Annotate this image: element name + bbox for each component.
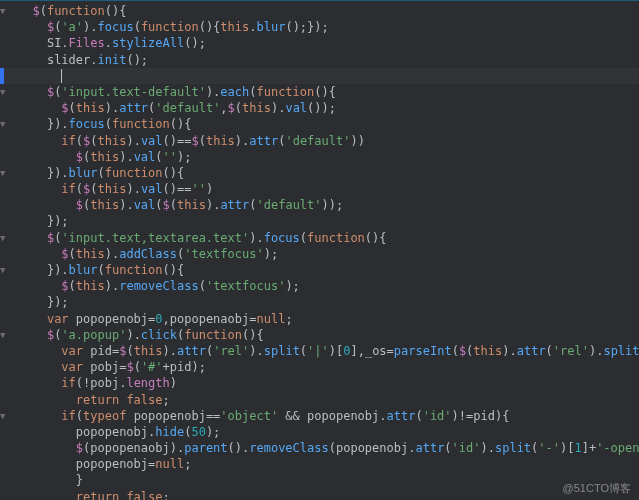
token-str: 'default': [285, 134, 350, 148]
code-line[interactable]: if($(this).val()==$(this).attr('default'…: [0, 133, 639, 149]
gutter: [8, 343, 18, 359]
token-punc: ).: [502, 344, 516, 358]
token-func: stylizeAll: [112, 36, 184, 50]
fold-arrow-icon[interactable]: ▼: [0, 86, 5, 98]
token-punc: (: [199, 134, 206, 148]
code-line[interactable]: $(this).removeClass('textfocus');: [0, 278, 639, 294]
code-line[interactable]: $(popopenaobj).parent().removeClass(popo…: [0, 440, 639, 456]
code-content[interactable]: $(this).removeClass('textfocus');: [18, 278, 639, 294]
code-line[interactable]: ▼ if(typeof popopenobj=='object' && popo…: [0, 408, 639, 424]
code-content[interactable]: });: [18, 213, 639, 229]
code-content[interactable]: $(function(){: [18, 3, 639, 19]
code-line[interactable]: ▼ $('input.text,textarea.text').focus(fu…: [0, 230, 639, 246]
fold-arrow-icon[interactable]: ▼: [0, 232, 5, 244]
code-line[interactable]: ▼ $(function(){: [0, 3, 639, 19]
fold-arrow-icon[interactable]: ▼: [0, 410, 5, 422]
code-content[interactable]: }).focus(function(){: [18, 116, 639, 132]
code-content[interactable]: popopenobj=null;: [18, 456, 639, 472]
token-str: '-open': [596, 441, 639, 455]
code-line[interactable]: ▼ }).blur(function(){: [0, 262, 639, 278]
code-line[interactable]: SI.Files.stylizeAll();: [0, 35, 639, 51]
code-line[interactable]: popopenobj.hide(50);: [0, 424, 639, 440]
code-line[interactable]: $(this).addClass('textfocus');: [0, 246, 639, 262]
code-line[interactable]: $('a').focus(function(){this.blur();});: [0, 19, 639, 35]
code-content[interactable]: if($(this).val()==''): [18, 181, 639, 197]
token-str: '#': [141, 360, 163, 374]
code-line[interactable]: return false;: [0, 489, 639, 500]
fold-arrow-icon[interactable]: ▼: [0, 167, 5, 179]
code-content[interactable]: var popopenobj=0,popopenaobj=null;: [18, 311, 639, 327]
code-line[interactable]: if(!pobj.length): [0, 375, 639, 391]
code-content[interactable]: slider.init();: [18, 52, 639, 68]
code-line[interactable]: var popopenobj=0,popopenaobj=null;: [0, 311, 639, 327]
code-line[interactable]: }: [0, 472, 639, 488]
code-content[interactable]: return false;: [18, 489, 639, 500]
code-content[interactable]: if(typeof popopenobj=='object' && popope…: [18, 408, 639, 424]
code-content[interactable]: $(this).attr('default',$(this).val());: [18, 100, 639, 116]
code-line[interactable]: [0, 68, 639, 84]
code-content[interactable]: }: [18, 472, 639, 488]
code-line[interactable]: var pid=$(this).attr('rel').split('|')[0…: [0, 343, 639, 359]
code-line[interactable]: });: [0, 294, 639, 310]
code-content[interactable]: if($(this).val()==$(this).attr('default'…: [18, 133, 639, 149]
code-content[interactable]: }).blur(function(){: [18, 262, 639, 278]
code-content[interactable]: $(this).val($(this).attr('default'));: [18, 197, 639, 213]
code-content[interactable]: $('a').focus(function(){this.blur();});: [18, 19, 639, 35]
token-kw: function: [141, 20, 199, 34]
code-content[interactable]: SI.Files.stylizeAll();: [18, 35, 639, 51]
code-content[interactable]: [18, 68, 639, 84]
gutter: [8, 3, 18, 19]
fold-arrow-icon[interactable]: ▼: [0, 264, 5, 276]
code-line[interactable]: var pobj=$('#'+pid);: [0, 359, 639, 375]
token-punc: ;: [184, 457, 191, 471]
code-line[interactable]: });: [0, 213, 639, 229]
code-line[interactable]: popopenobj=null;: [0, 456, 639, 472]
token-ident: pid: [473, 409, 495, 423]
code-line[interactable]: ▼ $('a.popup').click(function(){: [0, 327, 639, 343]
code-content[interactable]: $(popopenaobj).parent().removeClass(popo…: [18, 440, 639, 456]
code-line[interactable]: slider.init();: [0, 52, 639, 68]
token-punc: (: [76, 134, 83, 148]
token-punc: ): [170, 376, 177, 390]
token-kw: function: [105, 263, 163, 277]
code-line[interactable]: ▼ }).focus(function(){: [0, 116, 639, 132]
token-this: this: [177, 198, 206, 212]
code-content[interactable]: return false;: [18, 392, 639, 408]
gutter: [8, 133, 18, 149]
token-ident: pid: [170, 360, 192, 374]
code-content[interactable]: if(!pobj.length): [18, 375, 639, 391]
code-content[interactable]: });: [18, 294, 639, 310]
code-content[interactable]: $(this).val('');: [18, 149, 639, 165]
gutter: [8, 100, 18, 116]
token-func: split: [603, 344, 639, 358]
code-content[interactable]: $('input.text,textarea.text').focus(func…: [18, 230, 639, 246]
code-line[interactable]: ▼ }).blur(function(){: [0, 165, 639, 181]
code-line[interactable]: ▼ $('input.text-default').each(function(…: [0, 84, 639, 100]
code-content[interactable]: $(this).addClass('textfocus');: [18, 246, 639, 262]
token-punc: }).: [47, 166, 69, 180]
code-editor[interactable]: ▼ $(function(){ $('a').focus(function(){…: [0, 0, 639, 500]
fold-arrow-icon[interactable]: ▼: [0, 329, 5, 341]
token-punc: (: [40, 4, 47, 18]
code-line[interactable]: return false;: [0, 392, 639, 408]
code-line[interactable]: $(this).attr('default',$(this).val());: [0, 100, 639, 116]
code-line[interactable]: $(this).val($(this).attr('default'));: [0, 197, 639, 213]
code-content[interactable]: }).blur(function(){: [18, 165, 639, 181]
token-this: this: [76, 247, 105, 261]
fold-arrow-icon[interactable]: ▼: [0, 118, 5, 130]
token-punc: (){: [163, 263, 185, 277]
code-content[interactable]: $('a.popup').click(function(){: [18, 327, 639, 343]
code-content[interactable]: var pid=$(this).attr('rel').split('|')[0…: [18, 343, 639, 359]
token-punc: );: [264, 247, 278, 261]
token-punc: ).: [119, 150, 133, 164]
gutter: [8, 311, 18, 327]
code-content[interactable]: popopenobj.hide(50);: [18, 424, 639, 440]
fold-arrow-icon[interactable]: ▼: [0, 5, 5, 17]
token-var: $: [126, 360, 133, 374]
token-punc: ().: [228, 441, 250, 455]
token-func: addClass: [119, 247, 177, 261]
code-line[interactable]: if($(this).val()==''): [0, 181, 639, 197]
code-line[interactable]: $(this).val('');: [0, 149, 639, 165]
code-content[interactable]: var pobj=$('#'+pid);: [18, 359, 639, 375]
code-content[interactable]: $('input.text-default').each(function(){: [18, 84, 639, 100]
